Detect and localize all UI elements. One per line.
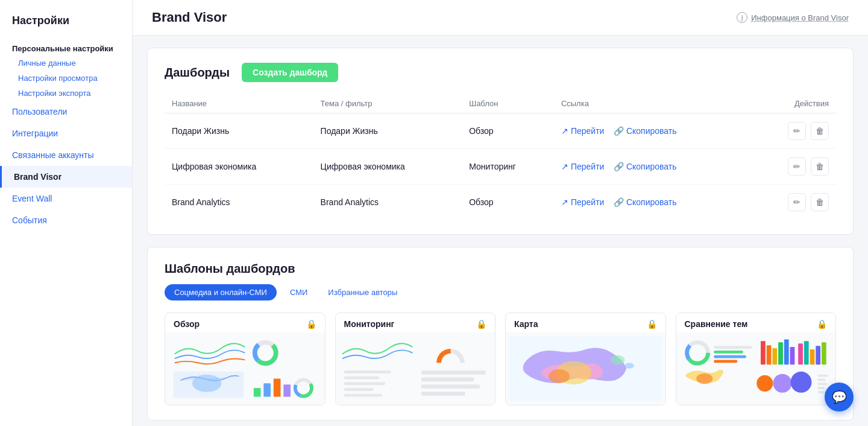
dashboards-header: Дашборды Создать дашборд [165,63,836,82]
create-dashboard-button[interactable]: Создать дашборд [242,63,338,82]
svg-rect-8 [274,379,281,397]
cell-theme-1: Цифровая экономика [313,149,462,185]
sidebar-item-users[interactable]: Пользователи [0,101,132,122]
edit-button-0[interactable]: ✏ [788,122,806,140]
svg-rect-44 [810,349,814,364]
template-card-title-karta: Карта [514,319,538,329]
template-preview-obzor [165,332,325,405]
sidebar-section-personal: Персональные настройки [0,39,132,56]
svg-rect-41 [790,347,794,364]
svg-rect-46 [822,342,826,364]
main-content: Brand Visor i Информация о Brand Visor Д… [133,0,868,426]
svg-rect-7 [263,383,271,396]
info-link-label: Информация о Brand Visor [751,13,849,22]
col-theme: Тема / фильтр [313,94,462,113]
sidebar-item-linked-accounts[interactable]: Связанные аккаунты [0,144,132,166]
external-link-icon-1: ↗ [561,162,568,171]
tab-social-media[interactable]: Соцмедиа и онлайн-СМИ [165,284,277,300]
lock-icon-sravnenie: 🔒 [817,319,827,329]
template-card-karta[interactable]: Карта 🔒 [505,313,666,405]
svg-rect-36 [761,341,766,364]
svg-rect-32 [714,346,752,349]
template-card-title-sravnenie: Сравнение тем [685,319,748,329]
cell-link-0: ↗ Перейти 🔗 Скопировать [554,113,749,149]
template-preview-sravnenie [676,332,836,405]
col-name: Название [165,94,313,113]
svg-point-47 [756,375,773,392]
cell-theme-0: Подари Жизнь [313,113,462,149]
sidebar-item-integrations[interactable]: Интеграции [0,122,132,144]
col-template: Шаблон [462,94,554,113]
svg-point-27 [624,363,634,369]
svg-rect-17 [344,388,373,391]
col-link: Ссылка [554,94,749,113]
svg-rect-16 [344,382,385,385]
sidebar-link-export-settings[interactable]: Настройки экспорта [0,86,132,101]
delete-button-1[interactable]: 🗑 [811,157,829,176]
svg-rect-19 [421,370,485,375]
copy-link-0[interactable]: 🔗 Скопировать [614,126,677,136]
svg-rect-38 [772,348,777,364]
template-card-title-monitoring: Мониторинг [344,319,395,329]
svg-rect-43 [804,341,808,364]
copy-link-icon-2: 🔗 [614,197,624,207]
template-card-monitoring[interactable]: Мониторинг 🔒 [335,313,496,405]
col-actions: Действия [749,94,836,113]
edit-button-2[interactable]: ✏ [788,193,806,211]
main-header: Brand Visor i Информация о Brand Visor [133,0,868,36]
svg-point-25 [549,369,570,383]
external-link-icon-2: ↗ [561,197,568,207]
tab-favorites[interactable]: Избранные авторы [321,284,404,300]
goto-link-1[interactable]: ↗ Перейти [561,162,604,171]
copy-link-1[interactable]: 🔗 Скопировать [614,162,677,171]
cell-name-2: Brand Analytics [165,185,313,220]
svg-rect-13 [339,337,492,401]
copy-link-2[interactable]: 🔗 Скопировать [614,197,677,207]
info-link[interactable]: i Информация о Brand Visor [737,12,849,23]
svg-rect-15 [344,377,379,380]
chat-bubble[interactable]: 💬 [825,383,854,412]
svg-rect-51 [817,375,828,377]
svg-point-49 [790,372,811,393]
svg-rect-52 [817,379,826,381]
cell-actions-0: ✏ 🗑 [749,113,836,149]
dashboards-title: Дашборды [165,66,230,80]
dashboards-section: Дашборды Создать дашборд Название Тема /… [147,48,854,235]
goto-link-0[interactable]: ↗ Перейти [561,126,604,136]
delete-button-2[interactable]: 🗑 [811,193,829,211]
goto-link-2[interactable]: ↗ Перейти [561,197,604,207]
sidebar-item-event-wall[interactable]: Event Wall [0,188,132,209]
template-card-title-obzor: Обзор [174,319,200,329]
tab-smi[interactable]: СМИ [283,284,315,300]
sidebar-link-personal-data[interactable]: Личные данные [0,56,132,71]
external-link-icon-0: ↗ [561,126,568,136]
cell-link-2: ↗ Перейти 🔗 Скопировать [554,185,749,220]
sidebar-item-brand-visor[interactable]: Brand Visor [0,166,132,188]
template-card-obzor[interactable]: Обзор 🔒 [165,313,326,405]
chat-icon: 💬 [832,390,847,404]
table-row: Brand Analytics Brand Analytics Обзор ↗ … [165,185,836,220]
edit-button-1[interactable]: ✏ [788,157,806,176]
page-title: Brand Visor [152,10,227,25]
svg-point-5 [192,375,222,392]
copy-link-icon-1: 🔗 [614,162,624,171]
templates-section: Шаблоны дашбордов Соцмедиа и онлайн-СМИ … [147,247,854,421]
svg-rect-53 [817,383,827,385]
svg-rect-6 [254,388,261,397]
templates-grid: Обзор 🔒 Мониторинг 🔒 [165,313,836,405]
template-card-sravnenie[interactable]: Сравнение тем 🔒 [676,313,837,405]
sidebar-item-events[interactable]: События [0,209,132,231]
lock-icon-obzor: 🔒 [306,319,316,329]
template-preview-karta [506,332,665,405]
svg-rect-33 [714,351,743,354]
svg-rect-42 [798,343,803,364]
sidebar-link-view-settings[interactable]: Настройки просмотра [0,71,132,86]
svg-rect-9 [283,384,291,396]
svg-rect-40 [784,339,788,364]
svg-rect-34 [714,355,746,358]
delete-button-0[interactable]: 🗑 [811,122,829,140]
dashboards-table: Название Тема / фильтр Шаблон Ссылка Дей… [165,94,836,220]
svg-rect-18 [344,394,382,397]
svg-rect-22 [421,392,465,396]
svg-rect-45 [816,346,820,364]
